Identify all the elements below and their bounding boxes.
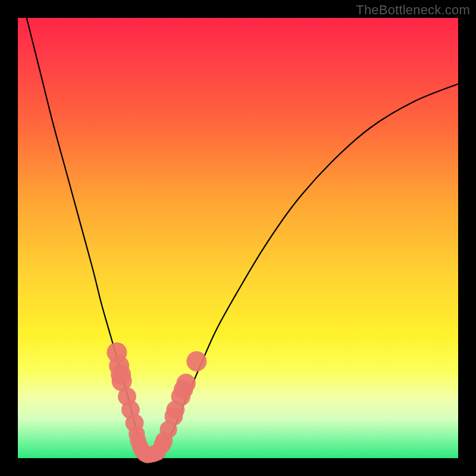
chart-frame: TheBottleneck.com: [0, 0, 476, 476]
chart-svg: [18, 18, 458, 458]
sample-points-group: [107, 342, 206, 463]
bottleneck-curve: [27, 18, 458, 455]
plot-area: [18, 18, 458, 458]
sample-point: [186, 351, 206, 371]
sample-point: [176, 374, 195, 393]
watermark-text: TheBottleneck.com: [356, 2, 470, 18]
